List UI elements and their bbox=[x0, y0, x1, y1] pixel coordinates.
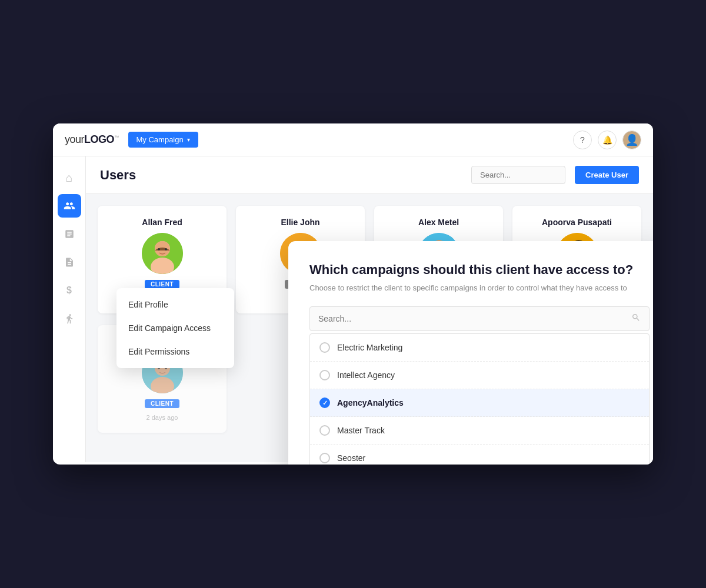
user-name-1: Ellie John bbox=[281, 218, 319, 227]
svg-point-5 bbox=[165, 248, 167, 250]
user-avatar-0 bbox=[142, 233, 183, 274]
search-icon bbox=[631, 313, 641, 325]
sidebar-item-home[interactable]: ⌂ bbox=[58, 166, 81, 189]
campaign-selector[interactable]: My Campaign bbox=[128, 132, 198, 148]
campaign-radio-4 bbox=[319, 453, 330, 463]
campaign-name-4: Seoster bbox=[337, 453, 365, 463]
user-avatar-nav[interactable]: 👤 bbox=[622, 131, 641, 149]
user-time-row2-0: 2 days ago bbox=[146, 414, 178, 421]
context-edit-campaign-access[interactable]: Edit Campaign Access bbox=[116, 316, 234, 340]
campaign-radio-0 bbox=[319, 342, 330, 353]
context-edit-permissions[interactable]: Edit Permissions bbox=[116, 340, 234, 363]
campaign-radio-1 bbox=[319, 370, 330, 380]
campaign-name-1: Intellect Agency bbox=[337, 370, 395, 380]
campaign-radio-2 bbox=[319, 397, 330, 408]
campaign-list: Electric Marketing Intellect Agency Agen… bbox=[309, 333, 650, 465]
user-name-3: Apoorva Pusapati bbox=[542, 218, 612, 227]
modal-subtitle: Choose to restrict the client to specifi… bbox=[309, 283, 650, 292]
sidebar-item-documents[interactable] bbox=[58, 250, 81, 274]
modal-title: Which campaigns should this client have … bbox=[309, 262, 650, 278]
content-header: Users Create User bbox=[86, 156, 653, 194]
campaign-item-4[interactable]: Seoster bbox=[310, 445, 649, 465]
page-title: Users bbox=[100, 168, 462, 183]
modal-search-input[interactable] bbox=[318, 314, 631, 323]
help-icon[interactable]: ? bbox=[573, 131, 592, 149]
sidebar-item-activity[interactable] bbox=[58, 307, 81, 330]
bell-icon[interactable]: 🔔 bbox=[598, 131, 617, 149]
campaign-name-2: AgencyAnalytics bbox=[337, 398, 404, 407]
campaign-access-modal: Which campaigns should this client have … bbox=[288, 241, 653, 465]
campaign-item-3[interactable]: Master Track bbox=[310, 417, 649, 445]
campaign-name-3: Master Track bbox=[337, 426, 385, 435]
activity-icon bbox=[64, 313, 75, 324]
search-input[interactable] bbox=[471, 166, 565, 184]
logo: yourLOGO™ bbox=[65, 133, 119, 146]
users-icon bbox=[64, 200, 75, 212]
user-name-2: Alex Metel bbox=[418, 218, 459, 227]
sidebar: ⌂ $ bbox=[53, 156, 86, 462]
user-badge-0: CLIENT bbox=[145, 280, 179, 289]
create-user-button[interactable]: Create User bbox=[575, 166, 639, 184]
sidebar-item-billing[interactable]: $ bbox=[58, 279, 81, 302]
campaign-item-0[interactable]: Electric Marketing bbox=[310, 334, 649, 362]
campaign-item-1[interactable]: Intellect Agency bbox=[310, 362, 649, 389]
reports-icon bbox=[64, 229, 75, 239]
svg-point-4 bbox=[158, 248, 160, 250]
modal-search-box bbox=[309, 306, 650, 331]
context-menu: Edit Profile Edit Campaign Access Edit P… bbox=[116, 288, 234, 368]
user-name-0: Allan Fred bbox=[142, 218, 182, 227]
documents-icon bbox=[64, 257, 75, 268]
campaign-name-0: Electric Marketing bbox=[337, 343, 402, 352]
navbar: yourLOGO™ My Campaign ? 🔔 👤 bbox=[53, 123, 653, 156]
context-edit-profile[interactable]: Edit Profile bbox=[116, 293, 234, 316]
sidebar-item-reports[interactable] bbox=[58, 222, 81, 246]
campaign-radio-3 bbox=[319, 425, 330, 436]
sidebar-item-users[interactable] bbox=[58, 194, 81, 218]
navbar-icons: ? 🔔 👤 bbox=[573, 131, 641, 149]
user-badge-row2-0: CLIENT bbox=[145, 399, 179, 408]
campaign-item-2[interactable]: AgencyAnalytics bbox=[310, 389, 649, 417]
